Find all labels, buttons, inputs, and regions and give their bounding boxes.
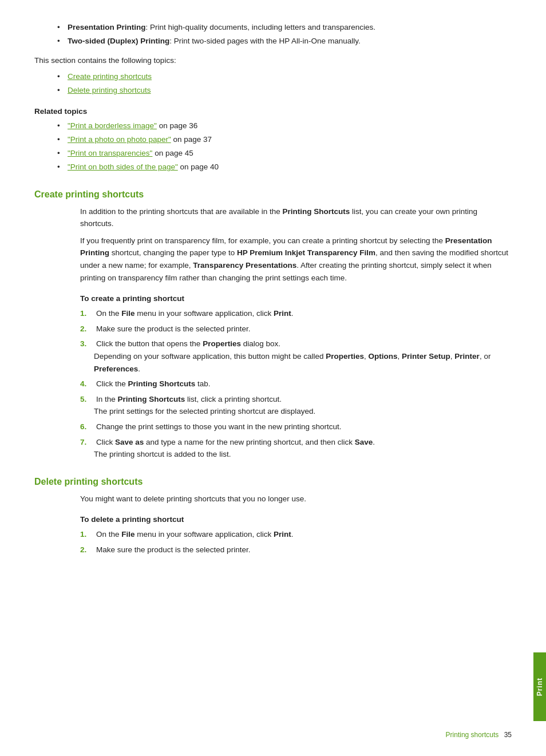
- intro-b1: Presentation Printing: [68, 23, 146, 31]
- page-footer: Printing shortcuts 35: [446, 731, 512, 739]
- create-step-5-content: In the Printing Shortcuts list, click a …: [96, 393, 512, 406]
- create-step-4-content: Click the Printing Shortcuts tab.: [96, 378, 512, 390]
- create-step-3: 3. Click the button that opens the Prope…: [80, 338, 512, 375]
- delete-section-heading: Delete printing shortcuts: [34, 477, 512, 487]
- related-link-3[interactable]: "Print on transparencies": [68, 149, 152, 157]
- delete-step-1-content: On the File menu in your software applic…: [96, 528, 512, 541]
- create-section-heading: Create printing shortcuts: [34, 189, 512, 200]
- create-step-2-content: Make sure the product is the selected pr…: [96, 323, 512, 335]
- create-step-1-num: 1.: [80, 307, 94, 320]
- create-steps-list: 1. On the File menu in your software app…: [80, 307, 512, 461]
- related-link-1[interactable]: "Print a borderless image": [68, 121, 157, 130]
- create-step-5-num: 5.: [80, 393, 94, 406]
- green-tab-label: Print: [536, 678, 544, 696]
- create-para1-start: In addition to the printing shortcuts th…: [80, 207, 282, 216]
- toc-intro: This section contains the following topi…: [34, 54, 512, 67]
- related-page-2: on page 37: [171, 135, 212, 144]
- delete-section-content: You might want to delete printing shortc…: [80, 493, 512, 556]
- create-para2-b2: HP Premium Inkjet Transparency Film: [237, 248, 375, 257]
- delete-steps-list: 1. On the File menu in your software app…: [80, 528, 512, 556]
- create-step-5: 5. In the Printing Shortcuts list, click…: [80, 393, 512, 418]
- delete-step-1: 1. On the File menu in your software app…: [80, 528, 512, 541]
- delete-sub-heading: To delete a printing shortcut: [80, 515, 512, 524]
- intro-b2-rest: : Print two-sided pages with the HP All-…: [169, 37, 360, 45]
- related-page-4: on page 40: [178, 163, 219, 171]
- delete-shortcuts-link[interactable]: Delete printing shortcuts: [68, 86, 151, 94]
- create-para2-b3: Transparency Presentations: [193, 261, 296, 270]
- create-step-3-content: Click the button that opens the Properti…: [96, 338, 512, 350]
- toc-link-1[interactable]: Create printing shortcuts: [57, 71, 512, 82]
- intro-b1-rest: : Print high-quality documents, includin…: [146, 23, 375, 31]
- create-step-1: 1. On the File menu in your software app…: [80, 307, 512, 320]
- create-step-7-content: Click Save as and type a name for the ne…: [96, 436, 512, 449]
- related-topic-3[interactable]: "Print on transparencies" on page 45: [57, 148, 512, 159]
- delete-step-1-num: 1.: [80, 528, 94, 541]
- create-step-7-sub: The printing shortcut is added to the li…: [94, 448, 512, 461]
- intro-bullet-2: Two-sided (Duplex) Printing: Print two-s…: [57, 35, 512, 47]
- page-container: Presentation Printing: Print high-qualit…: [0, 0, 546, 756]
- create-step-3-row: 3. Click the button that opens the Prope…: [80, 338, 512, 350]
- related-topic-2[interactable]: "Print a photo on photo paper" on page 3…: [57, 134, 512, 145]
- footer-page-num: 35: [504, 731, 512, 739]
- create-para-2: If you frequently print on transparency …: [80, 235, 512, 284]
- related-topics-block: Related topics "Print a borderless image…: [34, 107, 512, 173]
- related-page-1: on page 36: [157, 121, 197, 130]
- delete-step-2-num: 2.: [80, 544, 94, 556]
- create-shortcuts-link[interactable]: Create printing shortcuts: [68, 72, 152, 81]
- related-topics-heading: Related topics: [34, 107, 512, 116]
- related-topics-list: "Print a borderless image" on page 36 "P…: [57, 120, 512, 173]
- related-topic-4[interactable]: "Print on both sides of the page" on pag…: [57, 161, 512, 173]
- create-para2-m1: shortcut, changing the paper type to: [109, 248, 237, 257]
- create-step-5-sub: The print settings for the selected prin…: [94, 405, 512, 418]
- delete-step-2: 2. Make sure the product is the selected…: [80, 544, 512, 556]
- create-para-1: In addition to the printing shortcuts th…: [80, 205, 512, 230]
- related-topic-1[interactable]: "Print a borderless image" on page 36: [57, 120, 512, 132]
- create-step-3-sub: Depending on your software application, …: [94, 350, 512, 375]
- create-step-4: 4. Click the Printing Shortcuts tab.: [80, 378, 512, 390]
- green-tab: Print: [533, 652, 546, 721]
- create-step-7-num: 7.: [80, 436, 94, 449]
- delete-para: You might want to delete printing shortc…: [80, 493, 512, 505]
- delete-section: Delete printing shortcuts You might want…: [34, 477, 512, 556]
- create-step-1-content: On the File menu in your software applic…: [96, 307, 512, 320]
- create-sub-heading: To create a printing shortcut: [80, 294, 512, 303]
- footer-section-label: Printing shortcuts: [446, 731, 499, 739]
- create-step-6: 6. Change the print settings to those yo…: [80, 421, 512, 433]
- create-para2-a: If you frequently print on transparency …: [80, 236, 445, 245]
- related-link-4[interactable]: "Print on both sides of the page": [68, 163, 178, 171]
- create-step-6-num: 6.: [80, 421, 94, 433]
- create-step-7-row: 7. Click Save as and type a name for the…: [80, 436, 512, 449]
- create-step-6-content: Change the print settings to those you w…: [96, 421, 512, 433]
- toc-link-2[interactable]: Delete printing shortcuts: [57, 85, 512, 96]
- create-step-2: 2. Make sure the product is the selected…: [80, 323, 512, 335]
- create-step-3-num: 3.: [80, 338, 94, 350]
- create-para1-bold: Printing Shortcuts: [282, 207, 350, 216]
- create-step-2-num: 2.: [80, 323, 94, 335]
- create-section: Create printing shortcuts In addition to…: [34, 189, 512, 461]
- create-section-content: In addition to the printing shortcuts th…: [80, 205, 512, 461]
- intro-bullet-list: Presentation Printing: Print high-qualit…: [57, 22, 512, 48]
- create-step-7: 7. Click Save as and type a name for the…: [80, 436, 512, 461]
- related-page-3: on page 45: [152, 149, 193, 157]
- toc-link-list: Create printing shortcuts Delete printin…: [57, 71, 512, 97]
- delete-step-2-content: Make sure the product is the selected pr…: [96, 544, 512, 556]
- intro-b2: Two-sided (Duplex) Printing: [68, 37, 169, 45]
- create-step-4-num: 4.: [80, 378, 94, 390]
- create-step-5-row: 5. In the Printing Shortcuts list, click…: [80, 393, 512, 406]
- intro-bullet-1: Presentation Printing: Print high-qualit…: [57, 22, 512, 33]
- related-link-2[interactable]: "Print a photo on photo paper": [68, 135, 171, 144]
